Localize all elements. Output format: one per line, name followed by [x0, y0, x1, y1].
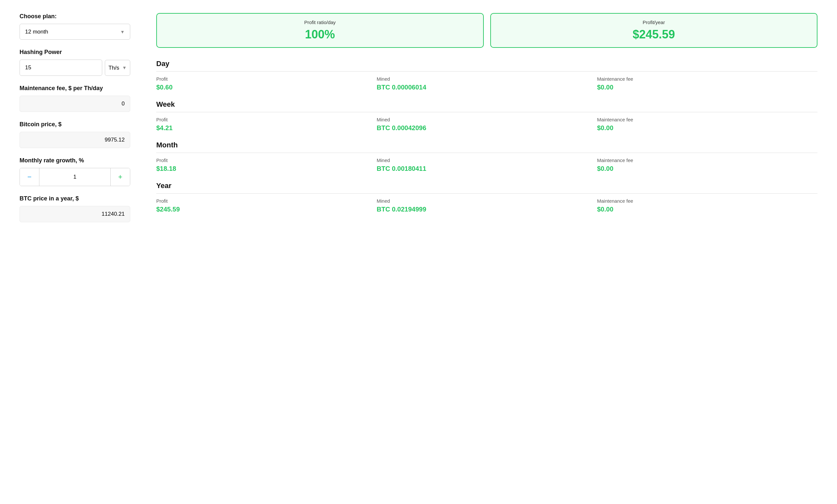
- period-title-week: Week: [156, 100, 817, 109]
- profit-ratio-card: Profit ratio/day 100%: [156, 13, 484, 48]
- period-section-week: Week Profit $4.21 Mined BTC 0.00042096 M…: [156, 100, 817, 132]
- choose-plan-group: Choose plan: 12 month 6 month 3 month 1 …: [20, 13, 130, 40]
- stat-mined-month: Mined BTC 0.00180411: [377, 157, 597, 172]
- btc-price-year-group: BTC price in a year, $: [20, 195, 130, 222]
- profit-ratio-value: 100%: [165, 27, 475, 41]
- periods-container: Day Profit $0.60 Mined BTC 0.00006014 Ma…: [156, 59, 817, 213]
- stat-maintenance-day: Maintenance fee $0.00: [597, 76, 817, 91]
- mined-value-month: BTC 0.00180411: [377, 165, 597, 172]
- monthly-rate-group: Monthly rate growth, % − +: [20, 157, 130, 186]
- bitcoin-price-group: Bitcoin price, $: [20, 121, 130, 148]
- stat-mined-week: Mined BTC 0.00042096: [377, 117, 597, 132]
- btc-price-year-label: BTC price in a year, $: [20, 195, 130, 202]
- period-stats-year: Profit $245.59 Mined BTC 0.02194999 Main…: [156, 198, 817, 213]
- maintenance-fee-group: Maintenance fee, $ per Th/day: [20, 85, 130, 112]
- stat-profit-month: Profit $18.18: [156, 157, 377, 172]
- profit-year-value: $245.59: [499, 27, 809, 41]
- stat-profit-day: Profit $0.60: [156, 76, 377, 91]
- maintenance-value-month: $0.00: [597, 165, 817, 172]
- period-title-month: Month: [156, 141, 817, 149]
- stat-mined-day: Mined BTC 0.00006014: [377, 76, 597, 91]
- left-column: Choose plan: 12 month 6 month 3 month 1 …: [20, 13, 130, 231]
- period-divider-year: [156, 193, 817, 193]
- stat-profit-week: Profit $4.21: [156, 117, 377, 132]
- plan-chevron-icon: ▼: [120, 29, 125, 35]
- maintenance-fee-input[interactable]: [20, 96, 130, 112]
- monthly-rate-label: Monthly rate growth, %: [20, 157, 130, 164]
- profit-value-month: $18.18: [156, 165, 377, 172]
- stat-mined-year: Mined BTC 0.02194999: [377, 198, 597, 213]
- period-title-day: Day: [156, 59, 817, 68]
- profit-value-week: $4.21: [156, 124, 377, 132]
- hashing-unit-select[interactable]: Th/s Ph/s Gh/s: [108, 65, 120, 71]
- maintenance-label-year: Maintenance fee: [597, 198, 817, 204]
- profit-ratio-label: Profit ratio/day: [165, 20, 475, 25]
- maintenance-fee-label: Maintenance fee, $ per Th/day: [20, 85, 130, 92]
- profit-value-year: $245.59: [156, 206, 377, 213]
- summary-cards: Profit ratio/day 100% Profit/year $245.5…: [156, 13, 817, 48]
- mined-label-year: Mined: [377, 198, 597, 204]
- profit-year-label: Profit/year: [499, 20, 809, 25]
- period-divider-day: [156, 71, 817, 72]
- period-title-year: Year: [156, 182, 817, 190]
- stat-maintenance-week: Maintenance fee $0.00: [597, 117, 817, 132]
- hashing-power-label: Hashing Power: [20, 49, 130, 56]
- hashing-unit-wrapper[interactable]: Th/s Ph/s Gh/s ▼: [105, 60, 130, 76]
- btc-price-year-input[interactable]: [20, 206, 130, 222]
- maintenance-label-week: Maintenance fee: [597, 117, 817, 122]
- mined-label-day: Mined: [377, 76, 597, 82]
- plan-select[interactable]: 12 month 6 month 3 month 1 month: [25, 29, 120, 35]
- period-section-year: Year Profit $245.59 Mined BTC 0.02194999…: [156, 182, 817, 213]
- stat-maintenance-month: Maintenance fee $0.00: [597, 157, 817, 172]
- stat-profit-year: Profit $245.59: [156, 198, 377, 213]
- monthly-rate-input[interactable]: [39, 174, 110, 180]
- unit-chevron-icon: ▼: [122, 65, 127, 70]
- stepper-row: − +: [20, 168, 130, 186]
- period-stats-month: Profit $18.18 Mined BTC 0.00180411 Maint…: [156, 157, 817, 172]
- right-column: Profit ratio/day 100% Profit/year $245.5…: [156, 13, 817, 222]
- period-divider-month: [156, 153, 817, 153]
- choose-plan-label: Choose plan:: [20, 13, 130, 20]
- period-stats-day: Profit $0.60 Mined BTC 0.00006014 Mainte…: [156, 76, 817, 91]
- profit-label-week: Profit: [156, 117, 377, 122]
- period-stats-week: Profit $4.21 Mined BTC 0.00042096 Mainte…: [156, 117, 817, 132]
- maintenance-label-day: Maintenance fee: [597, 76, 817, 82]
- plan-select-wrapper[interactable]: 12 month 6 month 3 month 1 month ▼: [20, 24, 130, 40]
- period-divider-week: [156, 112, 817, 112]
- stepper-minus-button[interactable]: −: [20, 168, 39, 186]
- profit-label-month: Profit: [156, 157, 377, 163]
- period-section-month: Month Profit $18.18 Mined BTC 0.00180411…: [156, 141, 817, 172]
- mined-label-month: Mined: [377, 157, 597, 163]
- hashing-power-group: Hashing Power Th/s Ph/s Gh/s ▼: [20, 49, 130, 76]
- bitcoin-price-input[interactable]: [20, 132, 130, 148]
- mined-value-week: BTC 0.00042096: [377, 124, 597, 132]
- profit-label-day: Profit: [156, 76, 377, 82]
- hashing-value-input[interactable]: [20, 59, 102, 76]
- maintenance-value-year: $0.00: [597, 206, 817, 213]
- maintenance-value-day: $0.00: [597, 83, 817, 91]
- period-section-day: Day Profit $0.60 Mined BTC 0.00006014 Ma…: [156, 59, 817, 91]
- mined-label-week: Mined: [377, 117, 597, 122]
- maintenance-value-week: $0.00: [597, 124, 817, 132]
- hashing-row: Th/s Ph/s Gh/s ▼: [20, 59, 130, 76]
- profit-label-year: Profit: [156, 198, 377, 204]
- mined-value-day: BTC 0.00006014: [377, 83, 597, 91]
- profit-year-card: Profit/year $245.59: [490, 13, 818, 48]
- bitcoin-price-label: Bitcoin price, $: [20, 121, 130, 128]
- stepper-plus-button[interactable]: +: [110, 168, 130, 186]
- profit-value-day: $0.60: [156, 83, 377, 91]
- maintenance-label-month: Maintenance fee: [597, 157, 817, 163]
- mined-value-year: BTC 0.02194999: [377, 206, 597, 213]
- stat-maintenance-year: Maintenance fee $0.00: [597, 198, 817, 213]
